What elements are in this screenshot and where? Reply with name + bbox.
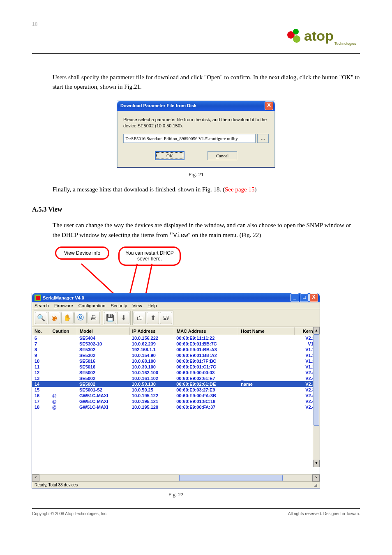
table-row[interactable]: 7SE5302-1010.0.62.23900:60:E9:01:BB:7CV1…: [32, 341, 320, 347]
toolbar-save-icon[interactable]: 💾: [104, 312, 116, 324]
cancel-button[interactable]: Cancel: [208, 151, 237, 160]
table-row[interactable]: 10SE501610.0.68.10000:60:E9:01:7F:BCV1.1…: [32, 358, 320, 364]
table-row[interactable]: 9SE530210.0.154.9000:60:E9:01:BB:A2V1.14: [32, 352, 320, 358]
toolbar-printer-icon[interactable]: 🖶: [88, 312, 100, 324]
table-cell: 10.0.68.100: [129, 358, 174, 364]
menu-firmware[interactable]: Firmware: [54, 303, 73, 308]
col-header-no[interactable]: No.: [32, 327, 50, 335]
table-cell: 13: [32, 375, 50, 381]
table-cell: [50, 358, 77, 364]
table-cell: [238, 347, 295, 352]
sm-titlebar[interactable]: SerialManager V4.0 _ □ X: [32, 293, 320, 302]
menu-configuration[interactable]: Configuration: [78, 303, 105, 308]
table-cell: 16: [32, 393, 50, 398]
table-cell: 00:60:E9:01:7F:BC: [174, 358, 238, 364]
dialog-close-button[interactable]: X: [265, 101, 273, 110]
atop-logo: atop Technologies: [286, 27, 360, 46]
table-cell: SE5302: [77, 352, 129, 358]
sm-status-text: Ready, Total 38 devices: [35, 483, 311, 487]
toolbar-upload-icon[interactable]: ⬆: [147, 312, 159, 324]
table-cell: 10.0.195.121: [129, 398, 174, 404]
parameter-file-path-input[interactable]: [123, 134, 256, 143]
menu-search[interactable]: SSearchearch: [35, 303, 49, 308]
dialog-titlebar[interactable]: Download Parameter File from Disk X: [117, 101, 275, 111]
scroll-thumb-v[interactable]: [314, 334, 319, 426]
table-cell: 00:60:E9:01:8C:18: [174, 398, 238, 404]
table-row[interactable]: 18@GW51C-MAXI10.0.195.12000:60:E9:00:FA:…: [32, 404, 320, 410]
sm-toolbar: 🔍 ◉ ✋ ⓔ 🖶 💾 ⬇ 🗂 ⬆ 🖳: [32, 309, 320, 327]
sm-table-body[interactable]: 6SE540410.0.156.22200:60:E9:11:11:22V2.1…: [32, 335, 320, 474]
table-row[interactable]: 13SE500210.0.161.10200:60:E9:02:61:E7_V2…: [32, 375, 320, 381]
sm-vertical-scrollbar[interactable]: ▲ ▼: [313, 327, 320, 467]
paragraph-1: Users shall specify the parameter file f…: [53, 73, 360, 92]
menu-view[interactable]: View: [132, 303, 142, 308]
table-cell: [238, 364, 295, 370]
scroll-right-button[interactable]: >: [312, 474, 320, 481]
toolbar-config-icon[interactable]: 🗂: [134, 312, 146, 324]
sm-close-button[interactable]: X: [309, 293, 318, 302]
ok-button[interactable]: OK: [155, 151, 184, 160]
col-header-mac[interactable]: MAC Address: [174, 327, 238, 335]
table-cell: [50, 370, 77, 375]
svg-rect-9: [36, 296, 40, 300]
menu-help[interactable]: Help: [148, 303, 157, 308]
col-header-host[interactable]: Host Name: [238, 327, 295, 335]
toolbar-network-icon[interactable]: ◉: [48, 312, 60, 324]
table-cell: GW51C-MAXI: [77, 404, 129, 410]
table-cell: SE5002: [77, 375, 129, 381]
table-cell: 00:60:E9:02:61:DE: [174, 381, 238, 387]
table-cell: 6: [32, 335, 50, 341]
col-header-ip[interactable]: IP Address: [130, 327, 174, 335]
toolbar-search-icon[interactable]: 🔍: [35, 312, 47, 324]
table-cell: 00:60:E9:03:27:E9: [174, 387, 238, 393]
table-cell: [238, 358, 295, 364]
table-cell: 15: [32, 387, 50, 393]
svg-point-1: [293, 35, 300, 43]
dialog-title: Download Parameter File from Disk: [120, 102, 196, 109]
paragraph-2: Finally, a message hints that download i…: [53, 185, 360, 194]
table-row[interactable]: 16@GW51C-MAXI10.0.195.12200:60:E9:00:FA:…: [32, 393, 320, 398]
scroll-thumb-h[interactable]: [179, 475, 283, 481]
sm-minimize-button[interactable]: _: [291, 293, 299, 302]
table-cell: 00:60:E9:00:FA:37: [174, 404, 238, 410]
menu-security[interactable]: Security: [111, 303, 127, 308]
table-cell: 10: [32, 358, 50, 364]
scroll-down-button[interactable]: ▼: [313, 460, 320, 467]
table-cell: 00:60:E9:02:61:E7: [174, 375, 238, 381]
callout-view-device-info: View Device info: [55, 246, 109, 260]
table-row[interactable]: 15SE5001-S210.0.50.2500:60:E9:03:27:E9V2…: [32, 387, 320, 393]
table-cell: _: [238, 375, 295, 381]
toolbar-ie-icon[interactable]: ⓔ: [74, 312, 87, 324]
sm-table-header: No. Caution Model IP Address MAC Address…: [32, 327, 320, 335]
table-cell: @: [50, 398, 77, 404]
table-row[interactable]: 8SE5302192.168.1.100:60:E9:01:BB:A3V1.14: [32, 347, 320, 352]
table-row[interactable]: 14SE500210.0.50.13000:60:E9:02:61:DEname…: [32, 381, 320, 387]
serialmanager-window: SerialManager V4.0 _ □ X SSearchearch Fi…: [32, 293, 320, 488]
toolbar-device-icon[interactable]: 🖳: [160, 312, 172, 324]
sm-horizontal-scrollbar[interactable]: < >: [32, 474, 320, 481]
browse-button[interactable]: ...: [257, 134, 269, 143]
table-row[interactable]: 6SE540410.0.156.22200:60:E9:11:11:22V2.1…: [32, 335, 320, 341]
table-row[interactable]: 11SE501610.0.30.10000:60:E9:01:C1:7CV1.1…: [32, 364, 320, 370]
callout-restart-dhcp: You can restart DHCP sever here.: [118, 246, 181, 266]
sm-maximize-button[interactable]: □: [300, 293, 309, 302]
col-header-model[interactable]: Model: [77, 327, 130, 335]
scroll-left-button[interactable]: <: [32, 474, 39, 481]
toolbar-hand-icon[interactable]: ✋: [61, 312, 74, 324]
table-cell: SE5002: [77, 370, 129, 375]
table-cell: 192.168.1.1: [129, 347, 174, 352]
table-cell: 00:60:E9:00:00:03: [174, 370, 238, 375]
resize-grip-icon[interactable]: ◢: [311, 483, 317, 487]
table-cell: @: [50, 404, 77, 410]
scroll-up-button[interactable]: ▲: [313, 327, 320, 334]
table-cell: [238, 341, 295, 347]
toolbar-download-icon[interactable]: ⬇: [117, 312, 129, 324]
col-header-caution[interactable]: Caution: [50, 327, 77, 335]
table-cell: [50, 347, 77, 352]
table-row[interactable]: 17@GW51C-MAXI10.0.195.12100:60:E9:01:8C:…: [32, 398, 320, 404]
table-cell: 00:60:E9:01:BB:A2: [174, 352, 238, 358]
download-parameter-dialog: Download Parameter File from Disk X Plea…: [117, 101, 275, 168]
table-row[interactable]: 12SE500210.0.162.10000:60:E9:00:00:03V2.…: [32, 370, 320, 375]
figure-22-caption: Fig. 22: [32, 491, 320, 498]
sm-statusbar: Ready, Total 38 devices ◢: [32, 481, 320, 488]
